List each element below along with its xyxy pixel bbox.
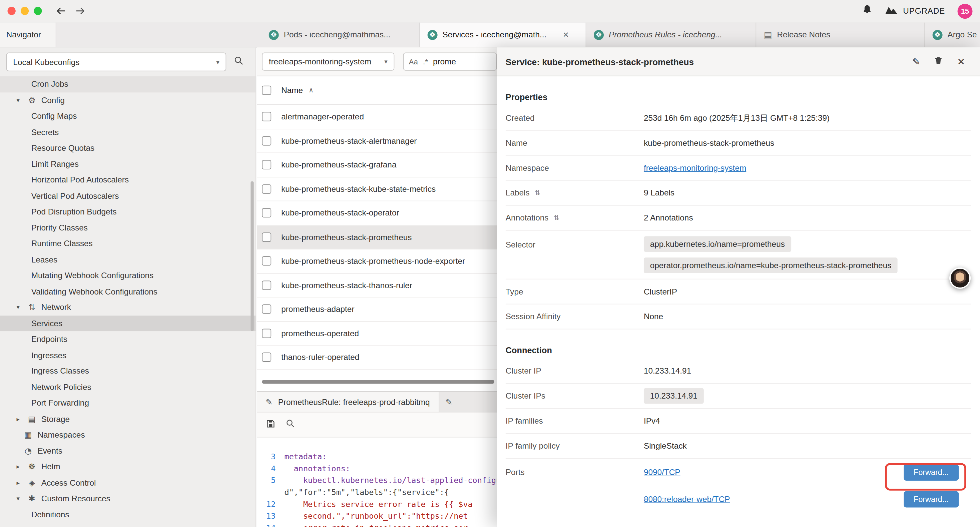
row-checkbox[interactable] — [262, 353, 271, 362]
editor-search-icon[interactable] — [286, 419, 295, 431]
sidebar-item-services[interactable]: Services — [0, 315, 256, 331]
sidebar-item-ingresses[interactable]: Ingresses — [0, 347, 256, 363]
row-checkbox[interactable] — [262, 184, 271, 193]
helm-icon: ☸ — [26, 462, 38, 471]
select-all-checkbox[interactable] — [262, 86, 271, 95]
row-checkbox[interactable] — [262, 232, 271, 242]
sidebar-item-definitions[interactable]: Definitions — [0, 507, 256, 523]
maximize-window-button[interactable] — [34, 7, 42, 15]
resource-tree: Cron Jobs ▾⚙Config Config Maps Secrets R… — [0, 76, 256, 527]
regex-toggle[interactable]: .* — [423, 57, 428, 66]
tab-argo[interactable]: ☸ Argo Se — [925, 22, 980, 47]
properties-heading: Properties — [506, 92, 971, 102]
edit-icon[interactable]: ✎ — [912, 56, 920, 67]
back-button[interactable] — [56, 6, 66, 16]
tab-services[interactable]: ☸ Services - icecheng@math... ✕ — [420, 22, 586, 47]
row-checkbox[interactable] — [262, 280, 271, 290]
close-window-button[interactable] — [7, 7, 15, 15]
sidebar-item-config-maps[interactable]: Config Maps — [0, 108, 256, 124]
name-column-header[interactable]: Name ∧ — [281, 86, 313, 95]
pencil-icon: ✎ — [445, 397, 452, 407]
delete-icon[interactable] — [934, 56, 943, 68]
expand-icon[interactable]: ⇅ — [554, 214, 559, 222]
row-checkbox[interactable] — [262, 256, 271, 266]
tab-release-notes[interactable]: ▤ Release Notes — [756, 22, 925, 47]
gear-icon: ⚙ — [26, 96, 38, 105]
sidebar-item-events[interactable]: ◔Events — [0, 443, 256, 459]
sidebar-item-mutating-webhook-configurations[interactable]: Mutating Webhook Configurations — [0, 267, 256, 283]
drawer-row-selector: Selector app.kubernetes.io/name=promethe… — [506, 231, 971, 279]
bell-icon[interactable] — [862, 4, 873, 18]
sidebar-search-icon[interactable] — [234, 56, 244, 68]
row-checkbox[interactable] — [262, 160, 271, 169]
sidebar-item-horizontal-pod-autoscalers[interactable]: Horizontal Pod Autoscalers — [0, 172, 256, 188]
forward-button[interactable]: Forward... — [904, 491, 959, 507]
sidebar-group-custom-resources[interactable]: ▾✱Custom Resources — [0, 490, 256, 507]
sidebar-item-validating-webhook-configurations[interactable]: Validating Webhook Configurations — [0, 283, 256, 299]
sidebar-scrollbar[interactable] — [250, 181, 253, 331]
row-checkbox[interactable] — [262, 304, 271, 314]
tab-pods[interactable]: ☸ Pods - icecheng@mathmas... — [261, 22, 420, 47]
row-checkbox[interactable] — [262, 328, 271, 338]
sidebar-group-network[interactable]: ▾⇅Network — [0, 299, 256, 315]
sidebar-item-port-forwarding[interactable]: Port Forwarding — [0, 395, 256, 411]
horizontal-scrollbar[interactable] — [262, 380, 494, 384]
sidebar-item-limit-ranges[interactable]: Limit Ranges — [0, 156, 256, 172]
sidebar-group-storage[interactable]: ▸▤Storage — [0, 411, 256, 427]
pencil-icon: ✎ — [266, 397, 272, 407]
row-checkbox[interactable] — [262, 112, 271, 121]
forward-button[interactable]: Forward... — [904, 464, 959, 480]
chevron-right-icon: ▸ — [14, 416, 22, 423]
drawer-row-cluster-ip: Cluster IP 10.233.14.91 — [506, 359, 971, 384]
namespace-link[interactable]: freeleaps-monitoring-system — [644, 163, 746, 172]
upgrade-button[interactable]: UPGRADE — [885, 6, 945, 16]
clock-icon: ◔ — [22, 446, 34, 455]
namespace-filter-dropdown[interactable]: freeleaps-monitoring-system ▾ — [262, 53, 394, 70]
sidebar-item-secrets[interactable]: Secrets — [0, 124, 256, 140]
notification-count-badge[interactable]: 15 — [958, 3, 973, 18]
shield-icon: ◈ — [26, 478, 38, 487]
kubeconfig-selector[interactable]: Local Kubeconfigs ▾ — [6, 53, 226, 71]
save-icon[interactable] — [266, 418, 275, 431]
kubernetes-icon: ☸ — [428, 30, 438, 40]
row-checkbox[interactable] — [262, 208, 271, 218]
port-link[interactable]: 8080:reloader-web/TCP — [644, 494, 730, 504]
forward-button[interactable] — [75, 6, 86, 16]
sidebar-item-network-policies[interactable]: Network Policies — [0, 379, 256, 395]
sidebar-item-leases[interactable]: Leases — [0, 252, 256, 267]
chevron-right-icon: ▸ — [14, 479, 22, 486]
sidebar-item-namespaces[interactable]: ▦Namespaces — [0, 427, 256, 443]
port-link[interactable]: 9090/TCP — [644, 468, 681, 477]
close-icon[interactable]: ✕ — [957, 56, 965, 67]
sidebar-item-vertical-pod-autoscalers[interactable]: Vertical Pod Autoscalers — [0, 188, 256, 204]
row-checkbox[interactable] — [262, 136, 271, 145]
dock-tab-prometheusrule[interactable]: ✎ PrometheusRule: freeleaps-prod-rabbitm… — [257, 392, 439, 412]
sidebar-item-endpoints[interactable]: Endpoints — [0, 331, 256, 347]
chevron-down-icon: ▾ — [384, 58, 387, 65]
drawer-row-cluster-ips: Cluster IPs 10.233.14.91 — [506, 384, 971, 409]
upgrade-label: UPGRADE — [903, 6, 945, 16]
cluster-ip-badge: 10.233.14.91 — [644, 388, 704, 404]
window-controls[interactable] — [0, 7, 42, 15]
sidebar-group-helm[interactable]: ▸☸Helm — [0, 459, 256, 474]
sidebar-item-resource-quotas[interactable]: Resource Quotas — [0, 140, 256, 156]
namespaces-icon: ▦ — [22, 430, 34, 439]
minimize-window-button[interactable] — [21, 7, 29, 15]
sidebar-item-priority-classes[interactable]: Priority Classes — [0, 220, 256, 236]
dock-tab-partial[interactable]: ✎ — [439, 392, 459, 412]
sidebar-item-runtime-classes[interactable]: Runtime Classes — [0, 236, 256, 252]
drawer-row-ports: Ports 9090/TCP Forward... 8080:reloader-… — [506, 459, 971, 512]
navigator-panel-tab[interactable]: Navigator — [0, 22, 56, 47]
sidebar-group-config[interactable]: ▾⚙Config — [0, 92, 256, 108]
expand-icon[interactable]: ⇅ — [535, 189, 540, 197]
close-tab-icon[interactable]: ✕ — [563, 30, 569, 39]
sidebar-group-access-control[interactable]: ▸◈Access Control — [0, 474, 256, 490]
sidebar-item-ingress-classes[interactable]: Ingress Classes — [0, 363, 256, 379]
sidebar-item-cron-jobs[interactable]: Cron Jobs — [0, 76, 256, 92]
floating-avatar[interactable] — [949, 267, 970, 289]
list-search-input[interactable]: Aa .* prome — [403, 53, 497, 70]
port-line: 8080:reloader-web/TCP Forward... — [644, 486, 971, 513]
match-case-toggle[interactable]: Aa — [409, 57, 418, 66]
tab-prometheus-rules[interactable]: ☸ Prometheus Rules - icecheng... — [586, 22, 757, 47]
sidebar-item-pod-disruption-budgets[interactable]: Pod Disruption Budgets — [0, 204, 256, 220]
